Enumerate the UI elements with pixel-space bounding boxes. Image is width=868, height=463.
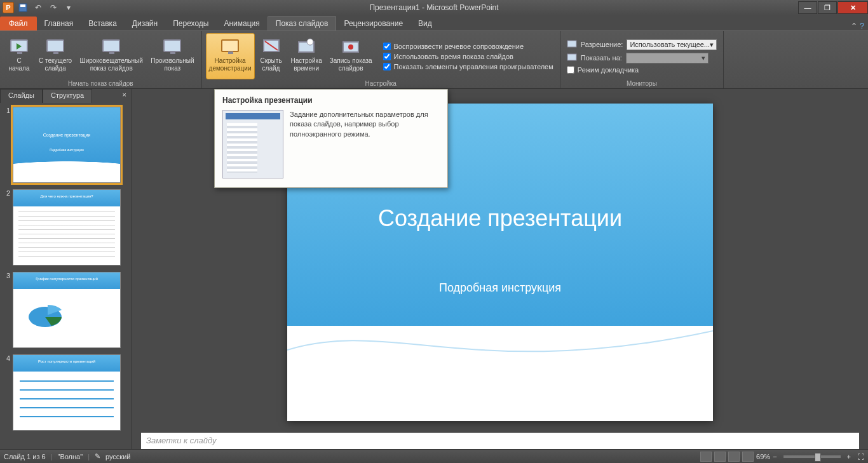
chk-narration[interactable]: Воспроизвести речевое сопровождение: [381, 41, 556, 51]
from-beginning-button[interactable]: С начала: [4, 33, 34, 79]
record-show-button[interactable]: Запись показа слайдов: [327, 33, 376, 79]
slide-thumbnail[interactable]: Создание презентации Подробная инструкци…: [13, 107, 121, 183]
tab-animations[interactable]: Анимация: [216, 17, 267, 30]
chk-media-controls[interactable]: Показать элементы управления проигрывате…: [381, 62, 556, 72]
setup-icon: [221, 39, 239, 52]
help-icon[interactable]: ?: [860, 22, 864, 30]
zoom-level[interactable]: 69%: [756, 453, 770, 460]
svg-point-5: [307, 39, 313, 45]
thumb-title: Для чего нужна презентация?: [13, 194, 120, 198]
record-icon: [342, 38, 360, 53]
zoom-slider[interactable]: [783, 455, 841, 458]
theme-name: "Волна": [58, 453, 83, 460]
tab-view[interactable]: Вид: [410, 17, 440, 30]
ribbon: С начала С текущего слайда Широковещател…: [0, 30, 868, 89]
wave-decoration: [287, 313, 713, 389]
rehearse-timings-button[interactable]: Настройка времени: [288, 33, 325, 79]
zoom-in-icon[interactable]: +: [847, 453, 851, 460]
svg-rect-1: [20, 4, 25, 7]
undo-icon[interactable]: ↶: [32, 1, 44, 14]
language-indicator[interactable]: русский: [105, 453, 130, 460]
thumb-subtitle: Подробная инструкция: [13, 148, 120, 152]
titlebar: P ↶ ↷ ▾ Презентация1 - Microsoft PowerPo…: [0, 0, 868, 15]
setup-show-button[interactable]: Настройка демонстрации: [206, 33, 255, 79]
svg-rect-8: [567, 41, 576, 47]
slide-title[interactable]: Создание презентации: [287, 205, 713, 232]
file-tab[interactable]: Файл: [0, 17, 37, 30]
group-monitors: Разрешение: Использовать текущее...▾ Пок…: [560, 31, 724, 88]
tab-transitions[interactable]: Переходы: [165, 17, 216, 30]
pie-chart-icon: [26, 299, 64, 331]
close-button[interactable]: ✕: [837, 1, 868, 14]
svg-point-7: [348, 44, 353, 50]
resolution-combo[interactable]: Использовать текущее...▾: [627, 39, 717, 50]
statusbar: Слайд 1 из 6 | "Волна" | ✎ русский 69% −…: [0, 449, 868, 463]
tab-home[interactable]: Главная: [37, 17, 81, 30]
ribbon-tabs: Файл Главная Вставка Дизайн Переходы Ани…: [0, 15, 868, 30]
slide-subtitle[interactable]: Подробная инструкция: [287, 281, 713, 295]
group-label: Мониторы: [564, 79, 719, 88]
thumb-title: Создание презентации: [13, 133, 120, 137]
slide-thumbnail[interactable]: Рост популярности презентаций: [13, 354, 121, 431]
slidepanel-close-icon[interactable]: ×: [118, 89, 132, 103]
hide-slide-icon: [262, 39, 280, 53]
resolution-label: Разрешение:: [581, 41, 623, 48]
custom-show-icon: [163, 39, 181, 52]
chk-presenter-view[interactable]: Режим докладчика: [564, 65, 719, 75]
broadcast-button[interactable]: Широковещательный показ слайдов: [76, 33, 146, 79]
window-controls: — ❐ ✕: [797, 1, 868, 14]
clock-icon: [297, 38, 315, 53]
view-sorter-button[interactable]: [714, 452, 726, 462]
tooltip-image: [222, 110, 283, 178]
minimize-button[interactable]: —: [798, 1, 817, 14]
show-on-combo[interactable]: ▾: [626, 53, 709, 64]
chevron-down-icon: ▾: [710, 41, 714, 49]
from-current-button[interactable]: С текущего слайда: [36, 33, 75, 79]
slide-thumbnail[interactable]: Для чего нужна презентация?: [13, 189, 121, 265]
thumbnails-list: 1 Создание презентации Подробная инструк…: [0, 103, 132, 449]
qat-dropdown-icon[interactable]: ▾: [62, 1, 75, 14]
notes-pane[interactable]: Заметки к слайду: [141, 433, 859, 449]
save-icon[interactable]: [17, 1, 29, 14]
slide-thumbnail[interactable]: График популярности презентаций: [13, 272, 121, 348]
tab-design[interactable]: Дизайн: [125, 17, 165, 30]
thumb-number: 2: [3, 189, 10, 265]
slidepanel-tab-slides[interactable]: Слайды: [0, 89, 43, 103]
monitor-small-icon: [567, 40, 577, 49]
thumb-number: 1: [3, 107, 10, 183]
view-slideshow-button[interactable]: [742, 452, 754, 462]
spellcheck-icon[interactable]: ✎: [95, 452, 100, 460]
group-label: Начать показ слайдов: [4, 79, 198, 88]
monitor-play-icon: [10, 39, 28, 52]
tab-insert[interactable]: Вставка: [81, 17, 125, 30]
monitor-small-icon: [567, 53, 577, 62]
redo-icon[interactable]: ↷: [47, 1, 60, 14]
thumb-title: График популярности презентаций: [13, 277, 120, 281]
chk-timings[interactable]: Использовать время показа слайдов: [381, 51, 556, 62]
show-on-label: Показать на:: [581, 54, 622, 62]
view-normal-button[interactable]: [700, 452, 712, 462]
tab-slideshow[interactable]: Показ слайдов: [268, 16, 337, 30]
group-start-slideshow: С начала С текущего слайда Широковещател…: [0, 31, 202, 88]
app-icon[interactable]: P: [3, 2, 14, 13]
zoom-out-icon[interactable]: −: [773, 453, 776, 460]
window-title: Презентация1 - Microsoft PowerPoint: [369, 3, 498, 12]
quick-access-toolbar: P ↶ ↷ ▾: [0, 1, 75, 14]
tab-review[interactable]: Рецензирование: [336, 17, 410, 30]
thumb-number: 3: [3, 272, 10, 348]
chevron-down-icon: ▾: [702, 54, 705, 62]
ribbon-minimize-icon[interactable]: ⌃: [851, 22, 857, 30]
fit-window-icon[interactable]: ⛶: [857, 453, 864, 460]
custom-show-button[interactable]: Произвольный показ: [147, 33, 197, 79]
tooltip-popup: Настройка презентации Задание дополнител…: [214, 89, 448, 188]
maximize-button[interactable]: ❐: [818, 1, 837, 14]
thumb-title: Рост популярности презентаций: [13, 359, 120, 363]
tooltip-title: Настройка презентации: [222, 96, 440, 105]
slidepanel-tab-outline[interactable]: Структура: [43, 89, 92, 103]
thumb-number: 4: [3, 354, 10, 431]
svg-rect-9: [567, 54, 576, 60]
view-reading-button[interactable]: [728, 452, 740, 462]
hide-slide-button[interactable]: Скрыть слайд: [256, 33, 287, 79]
slide-counter: Слайд 1 из 6: [4, 453, 46, 460]
group-setup: Настройка демонстрации Скрыть слайд Наст…: [202, 31, 560, 88]
